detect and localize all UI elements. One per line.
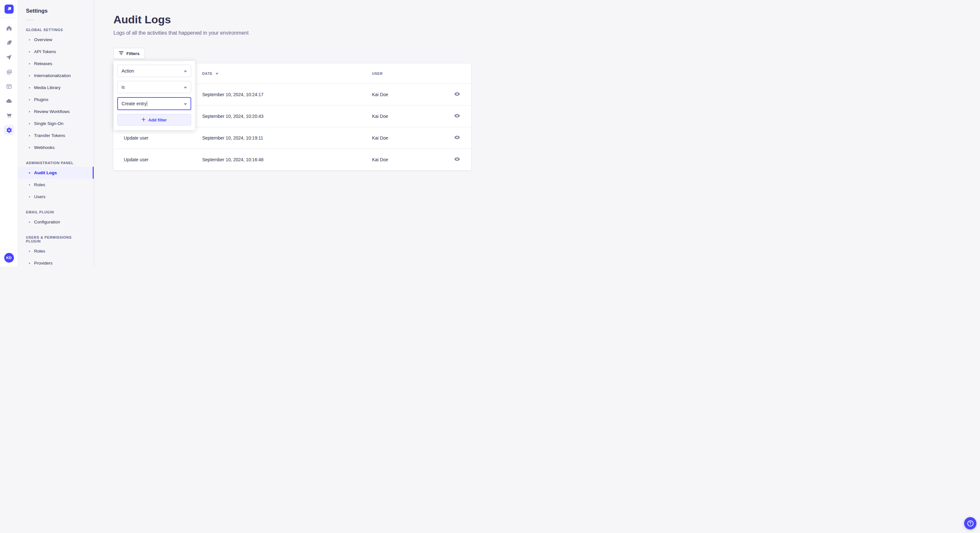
cell-date: September 10, 2024, 10:19:11 xyxy=(202,135,372,141)
filters-button-label: Filters xyxy=(126,51,140,56)
table-row[interactable]: Update user September 10, 2024, 10:16:48… xyxy=(113,149,471,170)
sidebar-item-review-workflows[interactable]: Review Workflows xyxy=(18,106,94,117)
cell-user: Kai Doe xyxy=(372,157,443,162)
view-details-button[interactable] xyxy=(452,89,462,100)
nav-content-type-builder[interactable] xyxy=(4,81,14,92)
filters-button[interactable]: Filters xyxy=(113,48,145,59)
sidebar-item-label: Plugins xyxy=(34,97,48,102)
rail-footer: KD xyxy=(0,249,18,266)
strapi-logo-icon xyxy=(6,6,12,12)
bullet-icon xyxy=(29,222,30,223)
filter-operator-select[interactable]: is xyxy=(117,81,191,93)
sidebar-item-label: Providers xyxy=(34,261,52,265)
eye-icon xyxy=(454,113,460,120)
nav-content-manager[interactable] xyxy=(4,38,14,48)
nav-home[interactable] xyxy=(4,23,14,33)
workspace-header xyxy=(0,0,18,18)
cell-action: Update user xyxy=(124,135,202,141)
chevron-down-icon xyxy=(184,84,187,90)
sidebar-item-admin-users[interactable]: Users xyxy=(18,191,94,203)
sidebar-item-label: Webhooks xyxy=(34,145,55,150)
settings-sidebar: Settings GLOBAL SETTINGS Overview API To… xyxy=(18,0,94,266)
column-header-date-label: DATE xyxy=(202,71,213,75)
bullet-icon xyxy=(29,263,30,264)
filter-field-value: Action xyxy=(121,68,134,73)
sidebar-title: Settings xyxy=(26,8,94,14)
section-label: ADMINISTRATION PANEL xyxy=(26,161,86,165)
sidebar-item-label: Users xyxy=(34,194,45,199)
sidebar-item-releases[interactable]: Releases xyxy=(18,58,94,70)
bullet-icon xyxy=(29,63,30,65)
cell-user: Kai Doe xyxy=(372,92,443,97)
filter-value-label: Create entry xyxy=(121,101,146,106)
sidebar-item-plugins[interactable]: Plugins xyxy=(18,94,94,106)
sidebar-item-label: Review Workflows xyxy=(34,109,70,114)
sidebar-item-label: Roles xyxy=(34,249,45,254)
filter-field-select[interactable]: Action xyxy=(117,65,191,77)
section-label: EMAIL PLUGIN xyxy=(26,210,86,214)
chevron-down-icon xyxy=(184,68,187,73)
rail-nav-items xyxy=(4,23,14,135)
sidebar-item-label: Internationalization xyxy=(34,73,71,78)
user-avatar[interactable]: KD xyxy=(4,253,14,263)
bullet-icon xyxy=(29,196,30,198)
sidebar-section-email-plugin: EMAIL PLUGIN Configuration xyxy=(18,210,94,228)
bullet-icon xyxy=(29,87,30,89)
sidebar-item-email-configuration[interactable]: Configuration xyxy=(18,216,94,228)
filter-value-combobox[interactable]: Create entry xyxy=(117,97,191,110)
sidebar-item-internationalization[interactable]: Internationalization xyxy=(18,70,94,82)
sidebar-item-audit-logs[interactable]: Audit Logs xyxy=(18,167,94,179)
view-details-button[interactable] xyxy=(452,133,462,143)
nav-cloud[interactable] xyxy=(4,96,14,106)
sidebar-item-up-providers[interactable]: Providers xyxy=(18,257,94,266)
section-label: USERS & PERMISSIONS PLUGIN xyxy=(26,235,86,243)
page-subtitle: Logs of all the activities that happened… xyxy=(113,29,471,37)
main-content: Audit Logs Logs of all the activities th… xyxy=(94,0,490,266)
sidebar-item-overview[interactable]: Overview xyxy=(18,34,94,46)
sidebar-item-label: Configuration xyxy=(34,219,60,224)
cell-user: Kai Doe xyxy=(372,135,443,141)
strapi-logo[interactable] xyxy=(5,5,14,14)
sidebar-item-media-library[interactable]: Media Library xyxy=(18,82,94,94)
add-filter-label: Add filter xyxy=(148,117,167,122)
bullet-icon xyxy=(29,123,30,124)
chevron-down-icon xyxy=(184,101,187,106)
media-library-icon xyxy=(6,69,12,75)
column-header-date[interactable]: DATE xyxy=(202,71,372,75)
sidebar-item-label: Audit Logs xyxy=(34,170,57,175)
column-header-user: USER xyxy=(372,71,443,75)
sidebar-item-label: Roles xyxy=(34,182,45,187)
nav-releases[interactable] xyxy=(4,52,14,62)
feather-icon xyxy=(6,40,12,46)
sidebar-item-up-roles[interactable]: Roles xyxy=(18,245,94,257)
sort-descending-icon xyxy=(215,71,218,75)
main-nav-rail: KD xyxy=(0,0,18,266)
table-row[interactable]: Update user September 10, 2024, 10:19:11… xyxy=(113,127,471,149)
paper-plane-icon xyxy=(6,54,12,60)
view-details-button[interactable] xyxy=(452,111,462,121)
settings-gear-icon xyxy=(6,127,12,133)
sidebar-item-transfer-tokens[interactable]: Transfer Tokens xyxy=(18,130,94,141)
add-filter-button[interactable]: Add filter xyxy=(117,114,191,125)
view-details-button[interactable] xyxy=(452,154,462,165)
nav-settings[interactable] xyxy=(4,125,14,135)
cell-action: Update user xyxy=(124,157,202,162)
sidebar-item-admin-roles[interactable]: Roles xyxy=(18,179,94,191)
sidebar-item-api-tokens[interactable]: API Tokens xyxy=(18,46,94,58)
sidebar-title-divider xyxy=(26,20,34,21)
bullet-icon xyxy=(29,172,30,174)
bullet-icon xyxy=(29,75,30,76)
nav-marketplace[interactable] xyxy=(4,110,14,121)
bullet-icon xyxy=(29,99,30,100)
sidebar-item-label: Overview xyxy=(34,37,52,42)
cell-date: September 10, 2024, 10:16:48 xyxy=(202,157,372,162)
sidebar-item-label: Transfer Tokens xyxy=(34,133,65,138)
filter-value-text: Create entry xyxy=(121,101,147,106)
nav-media-library[interactable] xyxy=(4,67,14,77)
sidebar-item-webhooks[interactable]: Webhooks xyxy=(18,141,94,154)
eye-icon xyxy=(454,134,460,141)
sidebar-item-single-sign-on[interactable]: Single Sign-On xyxy=(18,117,94,130)
home-icon xyxy=(6,25,12,32)
cell-date: September 10, 2024, 10:24:17 xyxy=(202,92,372,97)
sidebar-item-label: Releases xyxy=(34,61,52,66)
